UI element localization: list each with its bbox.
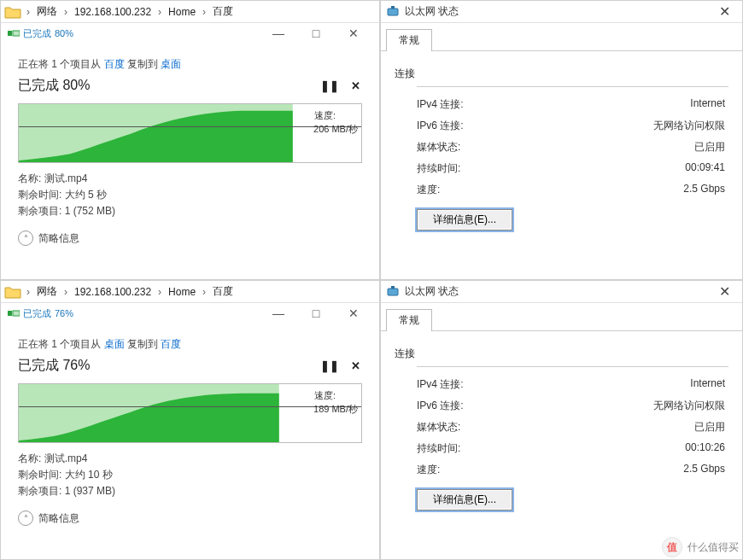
- crumb-ip[interactable]: 192.168.100.232: [71, 286, 155, 298]
- maximize-button[interactable]: □: [297, 304, 335, 323]
- speed-value: 206 MB/秒: [313, 123, 358, 136]
- chevron-right-icon: ›: [155, 286, 165, 298]
- ethernet-status-bottom: 以太网 状态 ✕ 常规 连接 IPv4 连接:Internet IPv6 连接:…: [380, 280, 743, 560]
- chevron-right-icon: ›: [61, 6, 71, 18]
- duration-label: 持续时间:: [417, 161, 460, 176]
- crumb-ip[interactable]: 192.168.100.232: [71, 6, 155, 18]
- speed-value: 2.5 Gbps: [683, 183, 728, 197]
- tab-general[interactable]: 常规: [386, 29, 432, 51]
- close-button[interactable]: ✕: [712, 283, 737, 300]
- duration-value: 00:10:26: [685, 441, 728, 456]
- explorer-pane-top: › 网络 › 192.168.100.232 › Home › 百度 已完成 8…: [0, 0, 380, 280]
- ipv6-value: 无网络访问权限: [653, 399, 728, 413]
- crumb-baidu[interactable]: 百度: [209, 4, 237, 19]
- crumb-network[interactable]: 网络: [33, 4, 61, 19]
- fewer-details-toggle[interactable]: ˄ 简略信息: [18, 230, 362, 246]
- dialog-title: 以太网 状态: [405, 4, 459, 19]
- close-button[interactable]: ✕: [335, 304, 372, 323]
- ipv4-label: IPv4 连接:: [417, 97, 464, 112]
- minimize-button[interactable]: —: [260, 24, 297, 43]
- copy-dest-link[interactable]: 桌面: [161, 58, 181, 70]
- speed-label: 速度:: [314, 109, 336, 122]
- ipv6-label: IPv6 连接:: [417, 119, 464, 133]
- section-connection: 连接: [395, 67, 728, 81]
- tab-bar: 常规: [381, 303, 742, 331]
- media-state-label: 媒体状态:: [417, 420, 460, 435]
- fewer-details-toggle[interactable]: ˄ 简略信息: [18, 510, 362, 526]
- details-button[interactable]: 详细信息(E)...: [417, 209, 512, 230]
- duration-label: 持续时间:: [417, 441, 460, 456]
- cancel-button[interactable]: ✕: [348, 359, 362, 373]
- svg-rect-5: [8, 311, 12, 316]
- chevron-right-icon: ›: [199, 286, 209, 298]
- speed-graph: 速度: 189 MB/秒: [18, 383, 362, 443]
- chevron-right-icon: ›: [199, 6, 209, 18]
- copy-dest-link[interactable]: 百度: [161, 338, 181, 350]
- crumb-home[interactable]: Home: [165, 286, 199, 298]
- section-connection: 连接: [395, 347, 728, 361]
- svg-rect-0: [8, 31, 12, 36]
- speed-label: 速度:: [417, 183, 440, 197]
- copy-status-line: 正在将 1 个项目从 桌面 复制到 百度: [18, 337, 362, 352]
- cancel-button[interactable]: ✕: [348, 79, 362, 93]
- copy-titlebar: 已完成 80% — □ ✕: [1, 23, 379, 44]
- svg-rect-1: [13, 31, 20, 36]
- copy-status-line: 正在将 1 个项目从 百度 复制到 桌面: [18, 57, 362, 72]
- minimize-button[interactable]: —: [260, 304, 297, 323]
- svg-rect-9: [391, 286, 395, 289]
- ipv4-label: IPv4 连接:: [417, 377, 464, 392]
- chevron-up-icon: ˄: [18, 510, 33, 526]
- copy-dialog: 已完成 80% — □ ✕ 正在将 1 个项目从 百度 复制到 桌面 已完成 8…: [1, 23, 379, 256]
- network-adapter-icon: [386, 5, 400, 19]
- speed-value: 2.5 Gbps: [683, 463, 728, 477]
- dialog-titlebar: 以太网 状态 ✕: [381, 1, 742, 23]
- speed-label: 速度:: [417, 463, 440, 477]
- svg-rect-4: [391, 6, 395, 9]
- details-button[interactable]: 详细信息(E)...: [417, 489, 512, 510]
- progress-percent-label: 已完成 76%: [18, 357, 90, 375]
- copy-title-prefix: 已完成: [23, 27, 51, 40]
- watermark: 值 什么值得买: [662, 537, 739, 557]
- copy-progress-icon: [8, 307, 20, 319]
- explorer-pane-bottom: › 网络 › 192.168.100.232 › Home › 百度 已完成 7…: [0, 280, 380, 560]
- crumb-baidu[interactable]: 百度: [209, 284, 237, 299]
- copy-source-link[interactable]: 百度: [104, 58, 125, 70]
- folder-icon: [4, 5, 21, 19]
- copy-title-percent: 76%: [55, 308, 73, 318]
- copy-progress-icon: [8, 27, 20, 39]
- ipv6-value: 无网络访问权限: [653, 119, 728, 133]
- ipv4-value: Internet: [690, 377, 728, 392]
- speed-value: 189 MB/秒: [313, 403, 358, 416]
- ipv4-value: Internet: [690, 97, 728, 112]
- speed-graph: 速度: 206 MB/秒: [18, 103, 362, 163]
- watermark-icon: 值: [662, 537, 682, 557]
- pause-button[interactable]: ❚❚: [323, 79, 336, 93]
- svg-rect-3: [388, 9, 398, 15]
- breadcrumb[interactable]: › 网络 › 192.168.100.232 › Home › 百度: [1, 1, 379, 23]
- media-state-label: 媒体状态:: [417, 140, 460, 155]
- chevron-up-icon: ˄: [18, 230, 33, 246]
- close-button[interactable]: ✕: [335, 24, 372, 43]
- maximize-button[interactable]: □: [297, 24, 335, 43]
- breadcrumb[interactable]: › 网络 › 192.168.100.232 › Home › 百度: [1, 281, 379, 303]
- pause-button[interactable]: ❚❚: [323, 359, 336, 373]
- folder-icon: [4, 285, 21, 299]
- copy-source-link[interactable]: 桌面: [104, 338, 125, 350]
- chevron-right-icon: ›: [155, 6, 165, 18]
- media-state-value: 已启用: [694, 420, 728, 435]
- duration-value: 00:09:41: [685, 161, 728, 176]
- crumb-network[interactable]: 网络: [33, 284, 61, 299]
- chevron-right-icon: ›: [61, 286, 71, 298]
- speed-label: 速度:: [314, 389, 336, 402]
- copy-dialog: 已完成 76% — □ ✕ 正在将 1 个项目从 桌面 复制到 百度 已完成 7…: [1, 303, 379, 536]
- progress-percent-label: 已完成 80%: [18, 77, 90, 95]
- ipv6-label: IPv6 连接:: [417, 399, 464, 413]
- copy-titlebar: 已完成 76% — □ ✕: [1, 303, 379, 324]
- chevron-right-icon: ›: [23, 6, 33, 18]
- ethernet-status-top: 以太网 状态 ✕ 常规 连接 IPv4 连接:Internet IPv6 连接:…: [380, 0, 743, 280]
- close-button[interactable]: ✕: [712, 3, 737, 20]
- crumb-home[interactable]: Home: [165, 6, 199, 18]
- chevron-right-icon: ›: [23, 286, 33, 298]
- copy-details: 名称: 测试.mp4 剩余时间: 大约 10 秒 剩余项目: 1 (937 MB…: [18, 452, 362, 499]
- tab-general[interactable]: 常规: [386, 309, 432, 331]
